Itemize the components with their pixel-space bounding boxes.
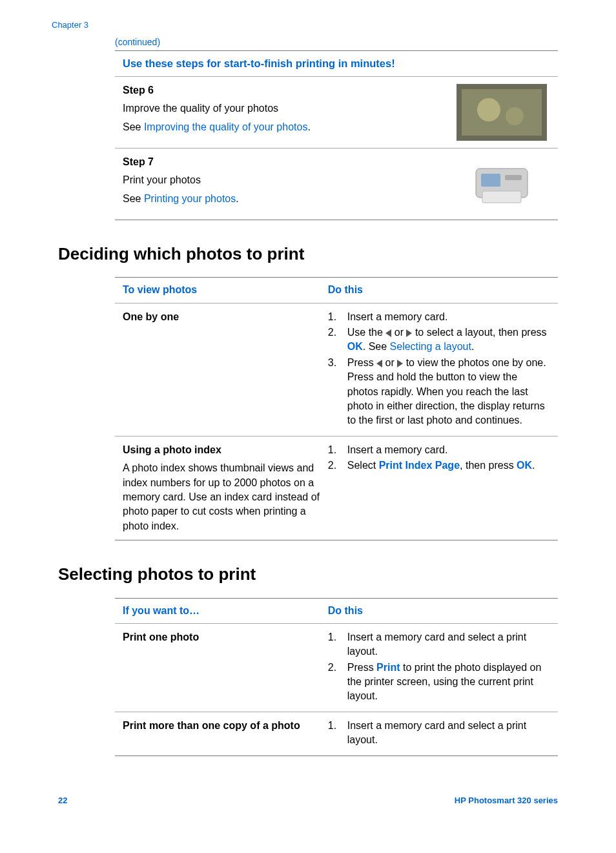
table-row: One by one Insert a memory card. Use the… [115, 303, 558, 437]
see-link-printing[interactable]: Printing your photos [144, 193, 236, 204]
see-link-quality[interactable]: Improving the quality of your photos [144, 121, 307, 132]
page-footer: 22 HP Photosmart 320 series [58, 795, 558, 807]
chapter-link[interactable]: Chapter 3 [52, 19, 558, 31]
arrow-right-icon [397, 360, 403, 367]
row-desc: A photo index shows thumbnail views and … [123, 461, 320, 533]
svg-rect-5 [481, 174, 500, 187]
th-do-this: Do this [328, 283, 550, 297]
row-title-print-multiple: Print more than one copy of a photo [123, 719, 320, 733]
th-if-you-want: If you want to… [123, 604, 328, 618]
table-selecting-photos: If you want to… Do this Print one photo … [115, 598, 558, 756]
table-view-photos: To view photos Do this One by one Insert… [115, 277, 558, 540]
step-title: Step 6 [123, 83, 444, 98]
continued-label: (continued) [115, 36, 558, 49]
table-row: Using a photo index A photo index shows … [115, 437, 558, 540]
list-item: Insert a memory card. [328, 310, 550, 324]
step-row-6: Step 6 Improve the quality of your photo… [115, 77, 558, 149]
step-see: See Printing your photos. [123, 192, 444, 206]
ok-keyword: OK [347, 341, 363, 352]
svg-point-2 [477, 98, 500, 121]
th-view-photos: To view photos [123, 283, 328, 297]
print-index-keyword: Print Index Page [379, 460, 460, 471]
heading-selecting: Selecting photos to print [58, 562, 558, 586]
list-item: Press or to view the photos one by one. … [328, 356, 550, 428]
product-name: HP Photosmart 320 series [455, 795, 558, 807]
svg-rect-6 [505, 175, 522, 180]
arrow-left-icon [385, 329, 391, 337]
list-item: Select Print Index Page, then press OK. [328, 458, 550, 473]
heading-deciding: Deciding which photos to print [58, 242, 558, 265]
page-number: 22 [58, 795, 67, 807]
list-item: Insert a memory card. [328, 443, 550, 457]
svg-point-3 [506, 107, 524, 125]
row-title-one-by-one: One by one [123, 310, 320, 324]
row-title-photo-index: Using a photo index [123, 443, 320, 457]
step-see: See Improving the quality of your photos… [123, 120, 444, 134]
svg-rect-1 [462, 89, 542, 136]
arrow-left-icon [376, 360, 382, 367]
step-desc: Improve the quality of your photos [123, 101, 444, 116]
step-title: Step 7 [123, 155, 444, 169]
list-item: Press Print to print the photo displayed… [328, 661, 550, 704]
list-item: Use the or to select a layout, then pres… [328, 325, 550, 355]
step-row-7: Step 7 Print your photos See Printing yo… [115, 149, 558, 220]
link-selecting-layout[interactable]: Selecting a layout [390, 341, 471, 352]
steps-header: Use these steps for start-to-finish prin… [115, 51, 558, 77]
ok-keyword: OK [517, 460, 532, 471]
list-item: Insert a memory card and select a print … [328, 719, 550, 748]
print-keyword: Print [376, 662, 400, 673]
table-row: Print one photo Insert a memory card and… [115, 624, 558, 712]
step-desc: Print your photos [123, 173, 444, 187]
th-do-this: Do this [328, 604, 550, 618]
row-title-print-one: Print one photo [123, 630, 320, 644]
svg-rect-7 [482, 191, 521, 203]
steps-box: Use these steps for start-to-finish prin… [115, 50, 558, 220]
step-image-printer [453, 155, 550, 213]
list-item: Insert a memory card and select a print … [328, 630, 550, 659]
step-image-photo [453, 83, 550, 141]
table-row: Print more than one copy of a photo Inse… [115, 712, 558, 755]
